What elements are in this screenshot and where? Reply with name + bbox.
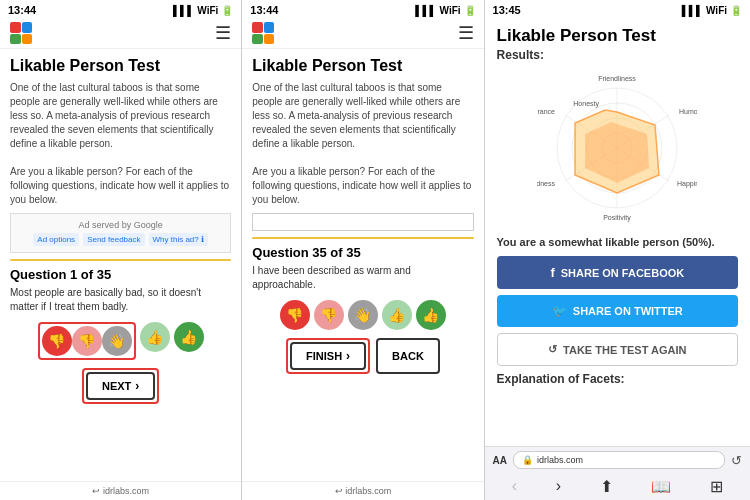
screen-content-3: Likable Person Test Results: xyxy=(485,18,750,446)
status-icons-1: ▌▌▌ WiFi 🔋 xyxy=(173,5,233,16)
svg-text:Friendliness: Friendliness xyxy=(598,75,636,82)
back-nav-icon[interactable]: ‹ xyxy=(512,477,517,496)
tabs-nav-icon[interactable]: ⊞ xyxy=(710,477,723,496)
status-icons-2: ▌▌▌ WiFi 🔋 xyxy=(415,5,475,16)
screen-desc-2: One of the last cultural taboos is that … xyxy=(252,81,473,207)
screen-content-1: Likable Person Test One of the last cult… xyxy=(0,49,241,481)
browser-url-box[interactable]: 🔒 idrlabs.com xyxy=(513,451,725,469)
share-twitter-label: SHARE ON TWITTER xyxy=(573,305,683,317)
footer-icon-2: ↩ xyxy=(335,486,346,496)
battery-icon: 🔋 xyxy=(221,5,233,16)
finish-highlight: FINISH › xyxy=(286,338,370,374)
ad-options-btn[interactable]: Ad options xyxy=(33,233,79,246)
app-logo-1 xyxy=(10,22,32,44)
question-label-2: Question 35 of 35 xyxy=(252,245,473,260)
wifi-icon-3: WiFi xyxy=(706,5,727,16)
retake-icon: ↺ xyxy=(548,343,557,356)
twitter-icon: 🐦 xyxy=(552,304,567,318)
rating-row-1: 👎 👎 👋 👍 👍 xyxy=(10,322,231,360)
status-bar-3: 13:45 ▌▌▌ WiFi 🔋 xyxy=(485,0,750,18)
status-bar-1: 13:44 ▌▌▌ WiFi 🔋 xyxy=(0,0,241,18)
browser-nav-row: ‹ › ⬆ 📖 ⊞ xyxy=(485,473,750,500)
svg-text:Kindness: Kindness xyxy=(537,180,555,187)
rating-btn-5[interactable]: 👍 xyxy=(174,322,204,352)
rating-btn-4[interactable]: 👍 xyxy=(140,322,170,352)
screen-footer-1: ↩ idrlabs.com xyxy=(0,481,241,500)
share-facebook-label: SHARE ON FACEBOOK xyxy=(561,267,684,279)
rating-btn-1[interactable]: 👎 xyxy=(42,326,72,356)
back-button[interactable]: BACK xyxy=(376,338,440,374)
status-bar-2: 13:44 ▌▌▌ WiFi 🔋 xyxy=(242,0,483,18)
divider-2 xyxy=(252,237,473,239)
rating-row-2: 👎 👎 👋 👍 👍 xyxy=(252,300,473,330)
svg-text:Happiness: Happiness xyxy=(677,180,697,188)
finish-label: FINISH xyxy=(306,350,342,362)
rating-btn-2-5[interactable]: 👍 xyxy=(416,300,446,330)
retake-button[interactable]: ↺ TAKE THE TEST AGAIN xyxy=(497,333,738,366)
radar-chart: Friendliness Humor Happiness Positivity … xyxy=(537,68,697,228)
ad-buttons: Ad options Send feedback Why this ad? ℹ xyxy=(17,233,224,246)
share-twitter-button[interactable]: 🐦 SHARE ON TWITTER xyxy=(497,295,738,327)
screen-footer-2: ↩ idrlabs.com xyxy=(242,481,483,500)
svg-text:Positivity: Positivity xyxy=(603,214,631,222)
bookmarks-nav-icon[interactable]: 📖 xyxy=(651,477,671,496)
nav-row-1: NEXT › xyxy=(10,368,231,404)
rating-highlight: 👎 👎 👋 xyxy=(38,322,136,360)
browser-bar: AA 🔒 idrlabs.com ↺ xyxy=(485,446,750,473)
time-1: 13:44 xyxy=(8,4,36,16)
footer-url-1: idrlabs.com xyxy=(103,486,149,496)
screen-title-3: Likable Person Test xyxy=(497,26,738,46)
svg-text:Tolerance: Tolerance xyxy=(537,108,555,115)
app-header-1: ☰ xyxy=(0,18,241,49)
screen-title-2: Likable Person Test xyxy=(252,57,473,75)
result-text: You are a somewhat likable person (50%). xyxy=(497,236,738,248)
signal-icon-2: ▌▌▌ xyxy=(415,5,436,16)
share-facebook-button[interactable]: f SHARE ON FACEBOOK xyxy=(497,256,738,289)
send-feedback-btn[interactable]: Send feedback xyxy=(83,233,144,246)
retake-label: TAKE THE TEST AGAIN xyxy=(563,344,686,356)
rating-btn-2[interactable]: 👎 xyxy=(72,326,102,356)
signal-icon: ▌▌▌ xyxy=(173,5,194,16)
screen-1: 13:44 ▌▌▌ WiFi 🔋 ☰ Likable Person Test O… xyxy=(0,0,242,500)
svg-text:Honesty: Honesty xyxy=(574,100,600,108)
explanation-label: Explanation of Facets: xyxy=(497,372,738,386)
screen-content-2: Likable Person Test One of the last cult… xyxy=(242,49,483,481)
lock-icon: 🔒 xyxy=(522,455,533,465)
rating-btn-2-2[interactable]: 👎 xyxy=(314,300,344,330)
browser-url: idrlabs.com xyxy=(537,455,583,465)
app-header-2: ☰ xyxy=(242,18,483,49)
wifi-icon-2: WiFi xyxy=(440,5,461,16)
next-highlight: NEXT › xyxy=(82,368,159,404)
reload-icon[interactable]: ↺ xyxy=(731,453,742,468)
app-logo-2 xyxy=(252,22,274,44)
radar-container: Friendliness Humor Happiness Positivity … xyxy=(497,68,738,228)
screen-2: 13:44 ▌▌▌ WiFi 🔋 ☰ Likable Person Test O… xyxy=(242,0,484,500)
question-text-1: Most people are basically bad, so it doe… xyxy=(10,286,231,314)
facebook-icon: f xyxy=(550,265,554,280)
browser-aa[interactable]: AA xyxy=(493,455,507,466)
status-icons-3: ▌▌▌ WiFi 🔋 xyxy=(682,5,742,16)
rating-btn-2-1[interactable]: 👎 xyxy=(280,300,310,330)
hamburger-icon-2[interactable]: ☰ xyxy=(458,22,474,44)
back-label: BACK xyxy=(392,350,424,362)
finish-button[interactable]: FINISH › xyxy=(290,342,366,370)
time-2: 13:44 xyxy=(250,4,278,16)
signal-icon-3: ▌▌▌ xyxy=(682,5,703,16)
why-ad-btn[interactable]: Why this ad? ℹ xyxy=(149,233,208,246)
rating-btn-3[interactable]: 👋 xyxy=(102,326,132,356)
results-label: Results: xyxy=(497,48,738,62)
next-label: NEXT xyxy=(102,380,131,392)
divider-1 xyxy=(10,259,231,261)
share-nav-icon[interactable]: ⬆ xyxy=(600,477,613,496)
screen-desc-1: One of the last cultural taboos is that … xyxy=(10,81,231,207)
rating-btn-2-4[interactable]: 👍 xyxy=(382,300,412,330)
svg-text:Humor: Humor xyxy=(679,108,697,115)
rating-btn-2-3[interactable]: 👋 xyxy=(348,300,378,330)
hamburger-icon-1[interactable]: ☰ xyxy=(215,22,231,44)
wifi-icon: WiFi xyxy=(197,5,218,16)
next-button[interactable]: NEXT › xyxy=(86,372,155,400)
finish-arrow-icon: › xyxy=(346,349,350,363)
forward-nav-icon[interactable]: › xyxy=(556,477,561,496)
footer-icon-1: ↩ xyxy=(92,486,103,496)
screen-3: 13:45 ▌▌▌ WiFi 🔋 Likable Person Test Res… xyxy=(485,0,750,500)
